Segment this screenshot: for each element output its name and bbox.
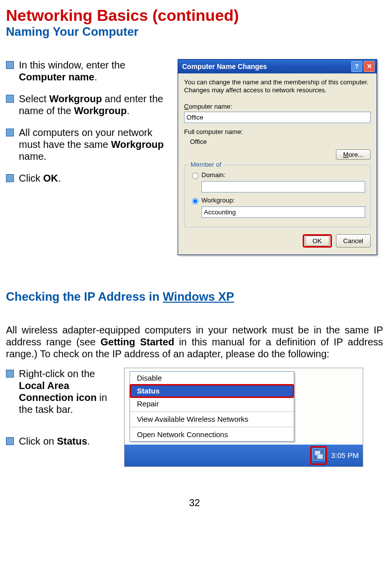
domain-label: Domain:: [201, 171, 225, 179]
bullet-text: All computers on your network must have …: [19, 127, 175, 162]
list-item: In this window, enter the Computer name.: [6, 59, 175, 83]
full-computer-name-label: Full computer name:: [184, 128, 371, 136]
context-menu-item-repair[interactable]: Repair: [130, 397, 294, 410]
context-menu-item-disable[interactable]: Disable: [130, 372, 294, 385]
section-paragraph: All wireless adapter-equipped computers …: [6, 324, 383, 360]
list-item: Click OK.: [6, 172, 175, 184]
workgroup-radio[interactable]: [192, 198, 198, 204]
list-item: Select Workgroup and enter the name of t…: [6, 93, 175, 117]
list-item: Right-click on the Local Area Connection…: [6, 368, 120, 415]
list-item: Click on Status.: [6, 435, 120, 447]
computer-name-input[interactable]: [184, 112, 371, 123]
ok-button[interactable]: OK: [305, 236, 329, 246]
bullet-icon: [6, 95, 14, 103]
help-button[interactable]: ?: [351, 61, 362, 72]
bullet-text: Click on Status.: [19, 435, 90, 447]
dialog-titlebar[interactable]: Computer Name Changes ? ✕: [178, 60, 377, 73]
page-subtitle: Naming Your Computer: [6, 25, 383, 39]
close-button[interactable]: ✕: [364, 61, 375, 72]
domain-input[interactable]: [201, 181, 365, 193]
page-number: 32: [6, 497, 383, 509]
workgroup-label: Workgroup:: [201, 196, 235, 204]
context-menu-item-open-connections[interactable]: Open Network Connections: [130, 428, 294, 441]
dialog-title: Computer Name Changes: [180, 63, 350, 71]
section-title: Checking the IP Address in Windows XP: [6, 290, 383, 304]
context-menu-item-status[interactable]: Status: [130, 385, 294, 397]
ok-highlight: OK: [303, 234, 332, 248]
full-computer-name-value: Office: [184, 137, 371, 146]
domain-radio[interactable]: [192, 173, 198, 179]
menu-separator: [130, 411, 294, 412]
bullet-icon: [6, 437, 14, 445]
taskbar-clock: 3:05 PM: [331, 451, 359, 460]
context-menu-illustration: Disable Status Repair View Available Wir…: [124, 368, 363, 467]
context-menu-item-view-networks[interactable]: View Available Wireless Networks: [130, 413, 294, 426]
bullet-icon: [6, 370, 14, 378]
taskbar: 3:05 PM: [125, 445, 363, 466]
page-title: Networking Basics (continued): [6, 6, 383, 25]
bullet-icon: [6, 174, 14, 182]
bullet-text: Right-click on the Local Area Connection…: [19, 368, 120, 415]
network-icon-highlight: [310, 446, 327, 465]
cancel-button[interactable]: Cancel: [336, 234, 371, 248]
bullet-text: In this window, enter the Computer name.: [19, 59, 175, 83]
computer-name-label: Computer name:: [184, 103, 371, 111]
bullet-icon: [6, 61, 14, 69]
menu-separator: [130, 427, 294, 427]
member-of-group: Member of Domain: Workgroup:: [184, 165, 371, 227]
dialog-description: You can change the name and the membersh…: [184, 78, 371, 94]
computer-name-changes-dialog: Computer Name Changes ? ✕ You can change…: [178, 59, 377, 255]
bullet-text: Click OK.: [19, 172, 61, 184]
workgroup-input[interactable]: [201, 206, 365, 218]
bullet-icon: [6, 129, 14, 136]
bullet-text: Select Workgroup and enter the name of t…: [19, 93, 175, 117]
context-menu: Disable Status Repair View Available Wir…: [130, 371, 294, 442]
network-tray-icon[interactable]: [313, 449, 324, 460]
list-item: All computers on your network must have …: [6, 127, 175, 162]
more-button[interactable]: MMore...ore...: [336, 149, 371, 160]
member-of-caption: Member of: [189, 161, 223, 169]
